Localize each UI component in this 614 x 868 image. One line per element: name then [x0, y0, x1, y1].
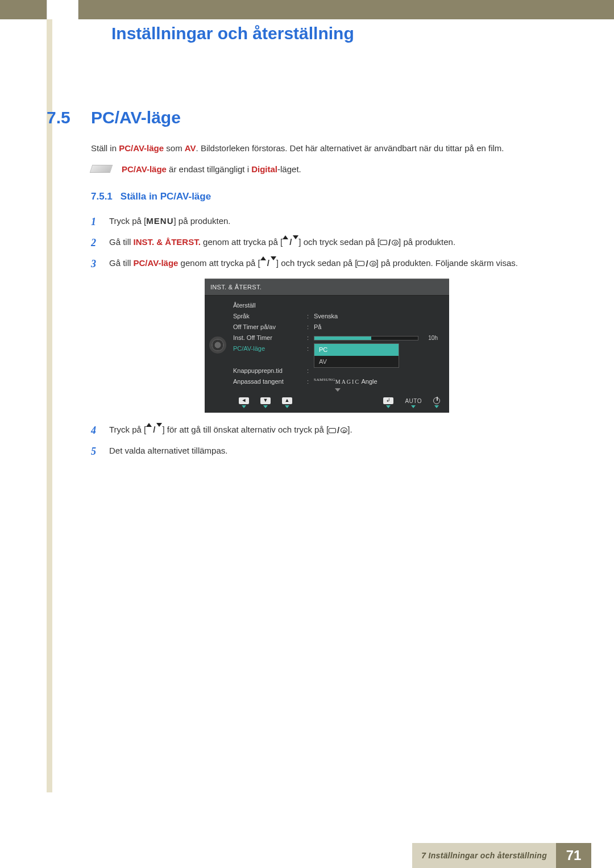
osd-slider-text: 10h — [428, 334, 438, 342]
gear-icon — [211, 339, 224, 351]
step-2-text: Gå till INST. & ÅTERST. genom att trycka… — [109, 235, 563, 251]
steps-list: 1 Tryck på [MENU] på produkten. 2 Gå til… — [91, 214, 563, 272]
step-4-num: 4 — [91, 423, 100, 438]
updown-icon: / — [146, 423, 162, 436]
tab-indicator — [47, 0, 78, 19]
step-2-term: INST. & ÅTERST. — [134, 237, 201, 247]
step-1-num: 1 — [91, 214, 100, 230]
osd-more-icon — [233, 388, 442, 392]
step-5-text: Det valda alternativet tillämpas. — [109, 444, 563, 459]
step-3-num: 3 — [91, 256, 100, 272]
step-2-num: 2 — [91, 235, 100, 251]
osd-list: Återställ Språk:Svenska Off Timer på/av:… — [231, 296, 449, 394]
intro-prefix: Ställ in — [91, 143, 119, 153]
menu-glyph: MENU — [146, 216, 173, 226]
osd-footer-power-icon — [433, 397, 440, 408]
step-4-text: Tryck på [/] för att gå till önskat alte… — [109, 423, 563, 438]
osd-footer-up-icon: ▲ — [282, 397, 292, 408]
footer-page-number: 71 — [556, 843, 591, 868]
chapter-title: Inställningar och återställning — [111, 24, 354, 43]
source-enter-icon: / — [357, 257, 376, 270]
note-suffix: -läget. — [277, 164, 301, 174]
note-digital: Digital — [251, 164, 277, 174]
subsection-title: Ställa in PC/AV-läge — [121, 189, 211, 204]
subsection-number: 7.5.1 — [91, 189, 113, 204]
intro-paragraph: Ställ in PC/AV-läge som AV. Bildstorleke… — [91, 142, 563, 155]
updown-icon: / — [283, 235, 298, 248]
osd-footer-auto: AUTO — [405, 397, 422, 408]
subsection-header: 7.5.1 Ställa in PC/AV-läge — [91, 189, 563, 204]
intro-mid: som — [164, 143, 185, 153]
step-3-term: PC/AV-läge — [134, 258, 179, 268]
osd-screenshot: INST. & ÅTERST. Återställ Språk:Svenska … — [91, 279, 563, 413]
step-1-text: Tryck på [MENU] på produkten. — [109, 214, 563, 230]
steps-list-cont: 4 Tryck på [/] för att gå till önskat al… — [91, 423, 563, 459]
step-5: 5 Det valda alternativet tillämpas. — [91, 444, 563, 459]
source-enter-icon: / — [329, 423, 347, 437]
step-5-num: 5 — [91, 444, 100, 459]
step-1: 1 Tryck på [MENU] på produkten. — [91, 214, 563, 230]
note-row: PC/AV-läge är endast tillgängligt i Digi… — [91, 163, 563, 176]
step-3-text: Gå till PC/AV-läge genom att trycka på [… — [109, 256, 563, 272]
note-mid: är endast tillgängligt i — [167, 164, 251, 174]
osd-footer: ◄ ▼ ▲ ↲ AUTO — [205, 394, 449, 413]
osd-row-lang: Språk:Svenska — [233, 311, 442, 322]
step-3: 3 Gå till PC/AV-läge genom att trycka på… — [91, 256, 563, 272]
osd-slider — [314, 336, 418, 340]
footer-tail — [591, 843, 614, 868]
step-4: 4 Tryck på [/] för att gå till önskat al… — [91, 423, 563, 438]
osd-dropdown: PC AV — [314, 343, 399, 368]
osd-magic-value: SAMSUNGMAGIC Angle — [314, 377, 377, 387]
intro-term1: PC/AV-läge — [119, 143, 164, 153]
osd-footer-enter-icon: ↲ — [383, 397, 393, 408]
section-number: 7.5 — [47, 108, 91, 127]
updown-icon: / — [260, 256, 276, 269]
osd-row-customkey: Anpassad tangent: SAMSUNGMAGIC Angle — [233, 376, 442, 387]
page-footer: 7 Inställningar och återställning 71 — [0, 843, 614, 868]
osd-title: INST. & ÅTERST. — [205, 279, 449, 296]
top-banner — [0, 0, 614, 19]
note-text: PC/AV-läge är endast tillgängligt i Digi… — [122, 163, 301, 176]
intro-suffix: . Bildstorleken förstoras. Det här alter… — [196, 143, 504, 153]
step-2: 2 Gå till INST. & ÅTERST. genom att tryc… — [91, 235, 563, 251]
osd-row-offtimer: Off Timer på/av:På — [233, 322, 442, 333]
osd-opt-pc: PC — [314, 344, 399, 356]
intro-term2: AV — [185, 143, 196, 153]
note-icon — [90, 165, 113, 173]
osd-row-keyrep: Knappupprepn.tid: — [233, 366, 442, 376]
footer-label: 7 Inställningar och återställning — [412, 843, 556, 868]
source-enter-icon: / — [380, 236, 399, 249]
osd-row-instoff: Inst. Off Timer: 10h — [233, 333, 442, 343]
osd-side — [205, 296, 231, 394]
section-title: PC/AV-läge — [91, 108, 181, 127]
osd-row-pcav: PC/AV-läge: PC AV — [233, 343, 442, 354]
osd-footer-down-icon: ▼ — [260, 397, 271, 408]
left-rail — [47, 19, 52, 792]
section-header: 7.5 PC/AV-läge — [47, 108, 181, 127]
osd-footer-back-icon: ◄ — [239, 397, 249, 408]
osd-row-reset: Återställ — [233, 300, 442, 311]
note-term: PC/AV-läge — [122, 164, 167, 174]
